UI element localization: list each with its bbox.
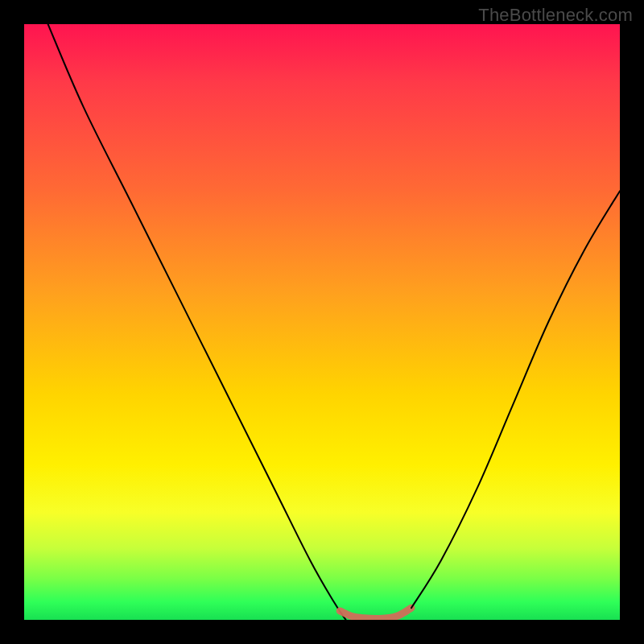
series-left-curve — [48, 24, 346, 620]
chart-svg — [24, 24, 620, 620]
series-group — [48, 24, 620, 620]
series-valley-floor — [340, 608, 411, 618]
plot-area — [24, 24, 620, 620]
series-right-curve — [411, 191, 620, 608]
chart-frame: TheBottleneck.com — [0, 0, 644, 644]
watermark-text: TheBottleneck.com — [478, 5, 633, 26]
